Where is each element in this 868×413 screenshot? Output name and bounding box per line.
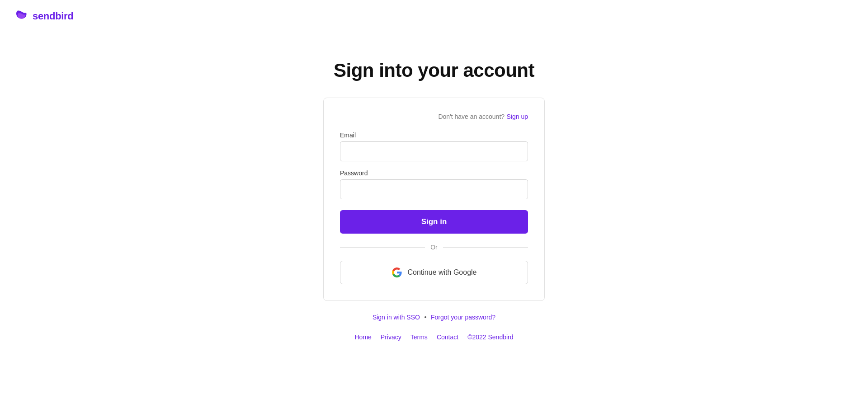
divider-text: Or	[430, 244, 438, 251]
footer: Home Privacy Terms Contact ©2022 Sendbir…	[354, 321, 513, 352]
email-form-group: Email	[340, 131, 528, 161]
email-input[interactable]	[340, 141, 528, 161]
header: sendbird	[0, 0, 868, 33]
footer-privacy-link[interactable]: Privacy	[381, 333, 401, 341]
password-input[interactable]	[340, 179, 528, 199]
signup-link[interactable]: Sign up	[507, 113, 528, 120]
divider-line-right	[443, 247, 528, 248]
sub-links: Sign in with SSO Forgot your password?	[373, 314, 495, 321]
divider: Or	[340, 244, 528, 251]
password-label: Password	[340, 169, 528, 177]
sendbird-logo-icon	[14, 9, 29, 23]
logo-text: sendbird	[33, 10, 74, 22]
google-icon	[392, 267, 402, 278]
sso-link[interactable]: Sign in with SSO	[373, 314, 420, 321]
page-title: Sign into your account	[334, 60, 534, 81]
forgot-password-link[interactable]: Forgot your password?	[431, 314, 495, 321]
main-content: Sign into your account Don't have an acc…	[0, 33, 868, 413]
password-form-group: Password	[340, 169, 528, 199]
google-button-label: Continue with Google	[408, 268, 477, 277]
logo-link[interactable]: sendbird	[14, 9, 74, 23]
signin-button[interactable]: Sign in	[340, 210, 528, 234]
divider-line-left	[340, 247, 425, 248]
dot-separator	[425, 316, 426, 318]
signup-prompt-text: Don't have an account?	[438, 113, 505, 120]
signup-row: Don't have an account? Sign up	[340, 113, 528, 121]
footer-contact-link[interactable]: Contact	[437, 333, 458, 341]
sign-in-card: Don't have an account? Sign up Email Pas…	[323, 98, 545, 301]
footer-terms-link[interactable]: Terms	[410, 333, 428, 341]
google-signin-button[interactable]: Continue with Google	[340, 261, 528, 284]
footer-home-link[interactable]: Home	[354, 333, 371, 341]
email-label: Email	[340, 131, 528, 139]
footer-copyright: ©2022 Sendbird	[467, 333, 513, 341]
